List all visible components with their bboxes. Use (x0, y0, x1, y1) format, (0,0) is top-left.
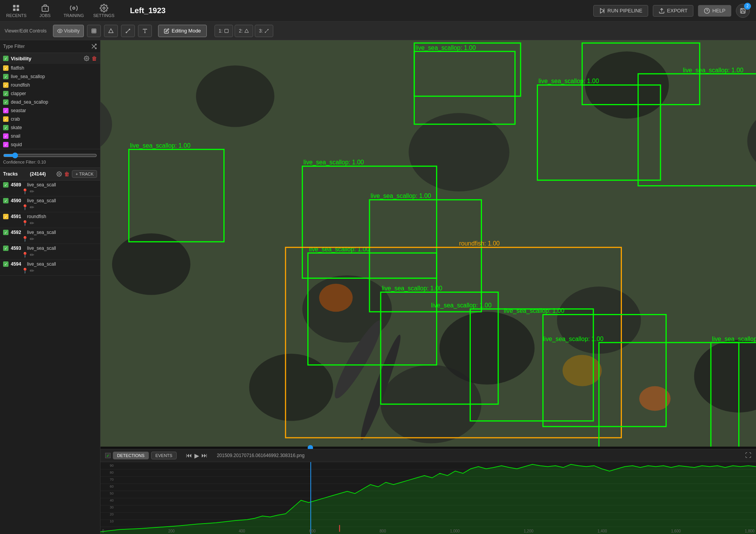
track-item-4592[interactable]: ✓ 4592 live_sea_scall 📍 ✏ (0, 228, 100, 244)
detections-tab[interactable]: DETECTIONS (113, 452, 149, 459)
add-track-button[interactable]: + TRACK (72, 170, 97, 178)
track-item-4590[interactable]: ✓ 4590 live_sea_scall 📍 ✏ (0, 196, 100, 212)
checkbox-crab[interactable]: ✓ (3, 116, 9, 122)
nav-right-actions: RUN PIPELINE EXPORT HELP 2 (593, 4, 750, 18)
track-item-4594[interactable]: ✓ 4594 live_sea_scall 📍 ✏ (0, 260, 100, 276)
track-edit-icon-4590[interactable]: ✏ (30, 204, 34, 210)
visibility-item-snail[interactable]: ✓ snail (0, 132, 100, 140)
nav-settings[interactable]: SETTINGS (93, 4, 114, 18)
checkbox-clapper[interactable]: ✓ (3, 91, 9, 96)
prev-frame-button[interactable]: ⏮ (186, 452, 192, 459)
swap-icon[interactable] (91, 43, 97, 49)
track-checkbox-4591[interactable]: ✓ (3, 214, 9, 219)
mode-3-button[interactable]: 3: (255, 25, 273, 37)
track-location-icon-4591[interactable]: 📍 (22, 220, 28, 226)
bbox-tool-button[interactable] (87, 25, 101, 37)
track-checkbox-4592[interactable]: ✓ (3, 230, 9, 235)
track-edit-icon-4591[interactable]: ✏ (30, 220, 34, 226)
tracks-header: Tracks (24144) 🗑 + TRACK (0, 168, 100, 181)
track-edit-icon-4593[interactable]: ✏ (30, 252, 34, 258)
track-item-4591[interactable]: ✓ 4591 roundfish 📍 ✏ (0, 212, 100, 228)
track-location-icon-4590[interactable]: 📍 (22, 204, 28, 210)
track-id-4589: 4589 (11, 182, 25, 188)
svg-marker-19 (109, 29, 113, 33)
help-button[interactable]: HELP (698, 5, 731, 17)
visibility-settings-icon[interactable] (84, 56, 89, 61)
track-id-4591: 4591 (11, 214, 25, 219)
visibility-delete-icon[interactable]: 🗑 (92, 55, 97, 61)
visibility-item-squid[interactable]: ✓ squid (0, 140, 100, 149)
category-label-crab: crab (11, 116, 20, 122)
save-button[interactable]: 2 (736, 4, 750, 18)
svg-point-6 (73, 7, 75, 9)
checkbox-live_sea_scallop[interactable]: ✓ (3, 74, 9, 79)
text-tool-button[interactable] (138, 25, 152, 37)
track-edit-icon-4589[interactable]: ✏ (30, 188, 34, 194)
track-location-icon-4592[interactable]: 📍 (22, 236, 28, 242)
visibility-item-crab[interactable]: ✓ crab (0, 115, 100, 123)
category-label-skate: skate (11, 125, 22, 130)
type-filter-label: Type Filter (3, 44, 25, 49)
play-button[interactable]: ▶ (194, 452, 199, 459)
nav-jobs[interactable]: JOBS (36, 4, 54, 18)
checkbox-roundfish[interactable]: ✓ (3, 82, 9, 88)
svg-point-13 (59, 30, 61, 32)
visibility-toggle-button[interactable]: Visibilty (53, 25, 84, 37)
track-label-4592: live_sea_scall (27, 230, 97, 235)
export-button[interactable]: EXPORT (653, 5, 693, 17)
svg-marker-90 (100, 464, 756, 534)
track-item-4593[interactable]: ✓ 4593 live_sea_scall 📍 ✏ (0, 244, 100, 260)
visibility-item-seastar[interactable]: ✓ seastar (0, 106, 100, 115)
track-checkbox-4594[interactable]: ✓ (3, 261, 9, 267)
visibility-item-flatfish[interactable]: ✓ flatfish (0, 64, 100, 72)
next-frame-button[interactable]: ⏭ (201, 452, 208, 459)
svg-point-32 (86, 58, 87, 59)
track-checkbox-4590[interactable]: ✓ (3, 198, 9, 203)
visibility-item-dead_sea_scallop[interactable]: ✓ dead_sea_scallop (0, 98, 100, 106)
confidence-slider[interactable] (3, 152, 97, 159)
visibility-item-roundfish[interactable]: ✓ roundfish (0, 81, 100, 89)
track-location-icon-4594[interactable]: 📍 (22, 268, 28, 274)
visibility-master-checkbox[interactable]: ✓ (3, 56, 9, 61)
timeline-filename: 201509.20170716.061646992.308316.png (217, 453, 742, 458)
image-viewer[interactable]: live_sea_scallop: 1.00 live_sea_scallop:… (100, 40, 756, 449)
detections-checkbox[interactable]: ✓ (105, 453, 111, 458)
checkbox-skate[interactable]: ✓ (3, 125, 9, 130)
events-tab[interactable]: EVENTS (151, 452, 177, 459)
tracks-delete-icon[interactable]: 🗑 (64, 171, 70, 177)
track-location-icon-4593[interactable]: 📍 (22, 252, 28, 258)
track-edit-icon-4594[interactable]: ✏ (30, 268, 34, 274)
visibility-item-skate[interactable]: ✓ skate (0, 123, 100, 132)
tracks-settings-icon[interactable] (56, 171, 62, 177)
editing-mode-button[interactable]: Editing Mode (158, 25, 207, 37)
track-edit-icon-4592[interactable]: ✏ (30, 236, 34, 242)
checkbox-dead_sea_scallop[interactable]: ✓ (3, 99, 9, 105)
run-pipeline-button[interactable]: RUN PIPELINE (593, 5, 648, 17)
chart-area[interactable]: 02004006008001,0001,2001,4001,6001,800 (100, 462, 756, 534)
timeline-playhead-dot[interactable] (308, 445, 313, 449)
tracks-title: Tracks (3, 171, 27, 177)
chart-playhead[interactable] (310, 462, 311, 534)
mode-1-button[interactable]: 1: (215, 25, 233, 37)
checkbox-snail[interactable]: ✓ (3, 133, 9, 139)
x-label-200: 200 (168, 529, 175, 533)
tracks-list: ✓ 4589 live_sea_scall 📍 ✏ ✓ 4590 live_se… (0, 181, 100, 534)
confidence-filter-label: Confidence Filter: 0.10 (3, 160, 97, 164)
mode-2-button[interactable]: 2: (235, 25, 253, 37)
track-location-icon-4589[interactable]: 📍 (22, 188, 28, 194)
line-tool-button[interactable] (121, 25, 135, 37)
chart-x-labels: 02004006008001,0001,2001,4001,6001,800 (100, 528, 756, 534)
nav-recents[interactable]: RECENTS (6, 4, 27, 18)
fullscreen-icon[interactable]: ⛶ (745, 452, 751, 459)
track-checkbox-4593[interactable]: ✓ (3, 246, 9, 251)
track-checkbox-4589[interactable]: ✓ (3, 182, 9, 188)
visibility-item-live_sea_scallop[interactable]: ✓ live_sea_scallop (0, 72, 100, 81)
track-label-4591: roundfish (27, 214, 97, 219)
nav-training[interactable]: TRAINING (64, 4, 84, 18)
visibility-item-clapper[interactable]: ✓ clapper (0, 89, 100, 98)
checkbox-flatfish[interactable]: ✓ (3, 65, 9, 71)
track-item-4589[interactable]: ✓ 4589 live_sea_scall 📍 ✏ (0, 181, 100, 196)
polygon-tool-button[interactable] (104, 25, 118, 37)
checkbox-seastar[interactable]: ✓ (3, 108, 9, 113)
checkbox-squid[interactable]: ✓ (3, 142, 9, 147)
